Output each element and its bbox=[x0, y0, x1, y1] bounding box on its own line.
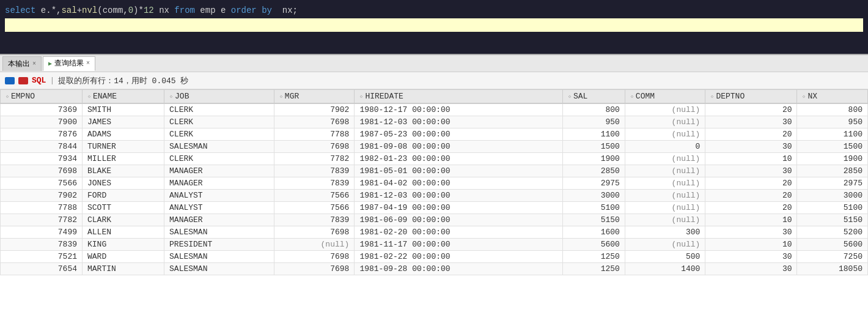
cell-ename: FORD bbox=[83, 190, 164, 202]
cell-hiredate: 1981-06-09 00:00:00 bbox=[355, 214, 563, 226]
cell-comm: (null) bbox=[625, 165, 705, 177]
cell-empno: 7782 bbox=[1, 214, 83, 226]
cell-comm: 0 bbox=[625, 141, 705, 153]
cell-mgr: 7566 bbox=[274, 202, 355, 214]
table-body: 7369SMITHCLERK79021980-12-17 00:00:00800… bbox=[1, 103, 868, 275]
cell-job: MANAGER bbox=[164, 177, 274, 190]
sql-editor[interactable]: select e.*,sal+nvl(comm,0)*12 nx from em… bbox=[0, 0, 868, 55]
col-job[interactable]: ⬦JOB bbox=[164, 90, 274, 104]
cell-hiredate: 1981-02-22 00:00:00 bbox=[355, 251, 563, 263]
table-row: 7369SMITHCLERK79021980-12-17 00:00:00800… bbox=[1, 103, 868, 116]
tab-bar: 本输出 × ▶ 查询结果 × bbox=[0, 55, 868, 72]
table-row: 7902FORDANALYST75661981-12-03 00:00:0030… bbox=[1, 190, 868, 202]
cell-job: MANAGER bbox=[164, 165, 274, 177]
results-container[interactable]: ⬦EMPNO ⬦ENAME ⬦JOB ⬦MGR ⬦HIREDATE ⬦SAL ⬦… bbox=[0, 89, 868, 312]
cell-empno: 7499 bbox=[1, 226, 83, 239]
cell-comm: (null) bbox=[625, 190, 705, 202]
db-icon-red bbox=[18, 77, 28, 84]
cell-comm: 1400 bbox=[625, 263, 705, 275]
cell-hiredate: 1981-02-20 00:00:00 bbox=[355, 226, 563, 239]
tab-output-close[interactable]: × bbox=[32, 61, 36, 67]
tab-output[interactable]: 本输出 × bbox=[2, 56, 42, 71]
cell-comm: (null) bbox=[625, 116, 705, 128]
cell-job: ANALYST bbox=[164, 202, 274, 214]
cell-sal: 5100 bbox=[563, 202, 625, 214]
cell-job: ANALYST bbox=[164, 190, 274, 202]
cell-empno: 7902 bbox=[1, 190, 83, 202]
cell-deptno: 20 bbox=[705, 202, 797, 214]
cell-comm: (null) bbox=[625, 103, 705, 116]
table-row: 7839KINGPRESIDENT(null)1981-11-17 00:00:… bbox=[1, 239, 868, 251]
cell-sal: 1900 bbox=[563, 153, 625, 165]
cell-comm: 300 bbox=[625, 226, 705, 239]
cell-empno: 7900 bbox=[1, 116, 83, 128]
cell-deptno: 20 bbox=[705, 177, 797, 190]
cell-mgr: (null) bbox=[274, 239, 355, 251]
col-nx[interactable]: ⬦NX bbox=[797, 90, 868, 104]
table-row: 7876ADAMSCLERK77881987-05-23 00:00:00110… bbox=[1, 128, 868, 141]
cell-ename: MILLER bbox=[83, 153, 164, 165]
cell-ename: JAMES bbox=[83, 116, 164, 128]
cell-nx: 3000 bbox=[797, 190, 868, 202]
cell-job: MANAGER bbox=[164, 214, 274, 226]
cell-ename: BLAKE bbox=[83, 165, 164, 177]
table-row: 7782CLARKMANAGER78391981-06-09 00:00:005… bbox=[1, 214, 868, 226]
cell-empno: 7934 bbox=[1, 153, 83, 165]
tab-results-close[interactable]: × bbox=[86, 60, 90, 67]
cell-nx: 5600 bbox=[797, 239, 868, 251]
cell-deptno: 20 bbox=[705, 103, 797, 116]
cell-empno: 7876 bbox=[1, 128, 83, 141]
cell-comm: (null) bbox=[625, 214, 705, 226]
col-hiredate[interactable]: ⬦HIREDATE bbox=[355, 90, 563, 104]
table-row: 7566JONESMANAGER78391981-04-02 00:00:002… bbox=[1, 177, 868, 190]
cell-mgr: 7698 bbox=[274, 226, 355, 239]
cell-nx: 950 bbox=[797, 116, 868, 128]
cell-hiredate: 1981-09-28 00:00:00 bbox=[355, 263, 563, 275]
cell-hiredate: 1981-11-17 00:00:00 bbox=[355, 239, 563, 251]
table-row: 7844TURNERSALESMAN76981981-09-08 00:00:0… bbox=[1, 141, 868, 153]
cell-mgr: 7788 bbox=[274, 128, 355, 141]
cell-deptno: 30 bbox=[705, 116, 797, 128]
cell-deptno: 20 bbox=[705, 128, 797, 141]
cell-mgr: 7839 bbox=[274, 214, 355, 226]
cell-job: CLERK bbox=[164, 103, 274, 116]
cell-empno: 7844 bbox=[1, 141, 83, 153]
col-empno[interactable]: ⬦EMPNO bbox=[1, 90, 83, 104]
col-deptno[interactable]: ⬦DEPTNO bbox=[705, 90, 797, 104]
cell-job: CLERK bbox=[164, 128, 274, 141]
cell-sal: 1600 bbox=[563, 226, 625, 239]
tab-query-results[interactable]: ▶ 查询结果 × bbox=[43, 56, 95, 71]
cell-job: SALESMAN bbox=[164, 251, 274, 263]
db-icon-blue bbox=[5, 77, 15, 84]
table-header-row: ⬦EMPNO ⬦ENAME ⬦JOB ⬦MGR ⬦HIREDATE ⬦SAL ⬦… bbox=[1, 90, 868, 104]
cell-hiredate: 1980-12-17 00:00:00 bbox=[355, 103, 563, 116]
col-comm[interactable]: ⬦COMM bbox=[625, 90, 705, 104]
sql-text: select e.*,sal+nvl(comm,0)*12 nx from em… bbox=[5, 4, 863, 17]
status-bar: SQL | 提取的所有行：14，用时 0.045 秒 bbox=[0, 72, 868, 89]
cell-empno: 7839 bbox=[1, 239, 83, 251]
cell-deptno: 30 bbox=[705, 251, 797, 263]
cell-mgr: 7698 bbox=[274, 116, 355, 128]
cell-empno: 7566 bbox=[1, 177, 83, 190]
cell-nx: 800 bbox=[797, 103, 868, 116]
cell-hiredate: 1981-09-08 00:00:00 bbox=[355, 141, 563, 153]
cell-nx: 2975 bbox=[797, 177, 868, 190]
status-separator: | bbox=[50, 76, 54, 85]
cell-job: CLERK bbox=[164, 116, 274, 128]
cell-ename: WARD bbox=[83, 251, 164, 263]
table-row: 7900JAMESCLERK76981981-12-03 00:00:00950… bbox=[1, 116, 868, 128]
sql-highlight bbox=[5, 18, 863, 32]
col-ename[interactable]: ⬦ENAME bbox=[83, 90, 164, 104]
cell-job: SALESMAN bbox=[164, 141, 274, 153]
cell-nx: 18050 bbox=[797, 263, 868, 275]
db-icon-blue-wrapper bbox=[5, 77, 15, 84]
cell-comm: (null) bbox=[625, 239, 705, 251]
cell-ename: JONES bbox=[83, 177, 164, 190]
col-mgr[interactable]: ⬦MGR bbox=[274, 90, 355, 104]
col-sal[interactable]: ⬦SAL bbox=[563, 90, 625, 104]
cell-mgr: 7698 bbox=[274, 141, 355, 153]
sql-label: SQL bbox=[32, 76, 46, 85]
cell-hiredate: 1987-05-23 00:00:00 bbox=[355, 128, 563, 141]
cell-sal: 1500 bbox=[563, 141, 625, 153]
cell-comm: (null) bbox=[625, 202, 705, 214]
